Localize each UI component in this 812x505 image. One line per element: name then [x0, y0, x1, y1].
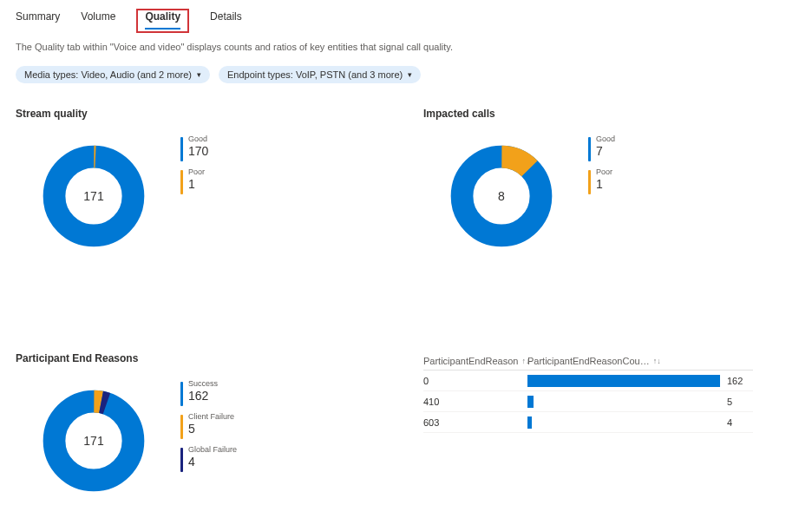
legend-value: 162 — [188, 388, 218, 403]
donut-impacted-calls[interactable]: 8 — [449, 144, 553, 248]
panel-participant-end-reasons: Participant End Reasons 171 Success 162 — [16, 352, 389, 493]
bar-track — [527, 375, 720, 387]
legend-value: 7 — [596, 143, 615, 159]
table-row[interactable]: 6034 — [423, 412, 753, 433]
panel-impacted-calls: Impacted calls 8 Good 7 — [423, 108, 796, 248]
legend-item-poor[interactable]: Poor 1 — [588, 168, 615, 194]
legend-item-client-failure[interactable]: Client Failure 5 — [180, 413, 237, 439]
legend-label: Good — [188, 135, 208, 143]
sort-icon: ↑↓ — [653, 357, 661, 365]
bar-fill — [527, 416, 532, 429]
legend-value: 4 — [188, 454, 237, 469]
legend-item-good[interactable]: Good 170 — [180, 135, 208, 161]
donut-stream-quality[interactable]: 171 — [42, 144, 146, 248]
cell-count: 162 — [727, 376, 753, 386]
filter-endpoint-types[interactable]: Endpoint types: VoIP, PSTN (and 3 more) … — [219, 66, 421, 83]
column-label: ParticipantEndReasonCou… — [527, 356, 650, 366]
panel-end-reason-table: ParticipantEndReason ↑↓ ParticipantEndRe… — [423, 352, 796, 493]
legend-label: Global Failure — [188, 446, 237, 454]
tab-bar: Summary Volume Quality Details — [16, 10, 796, 33]
legend-value: 5 — [188, 421, 234, 436]
chevron-down-icon: ▾ — [197, 70, 201, 79]
donut-total: 8 — [498, 189, 505, 203]
legend-color-icon — [180, 448, 183, 472]
legend-value: 170 — [188, 143, 208, 159]
legend-color-icon — [588, 137, 591, 161]
bar-fill — [527, 375, 720, 387]
legend-label: Poor — [188, 168, 205, 176]
tab-quality-highlight: Quality — [136, 9, 189, 33]
tab-quality[interactable]: Quality — [145, 10, 180, 30]
tab-summary[interactable]: Summary — [16, 10, 60, 28]
legend-color-icon — [180, 137, 183, 161]
legend-impacted-calls: Good 7 Poor 1 — [588, 135, 615, 194]
donut-participant-end-reasons[interactable]: 171 — [42, 389, 146, 493]
panel-title: Participant End Reasons — [16, 352, 389, 364]
column-label: ParticipantEndReason — [423, 356, 518, 366]
filter-media-label: Media types: Video, Audio (and 2 more) — [24, 69, 192, 80]
legend-value: 1 — [188, 176, 205, 192]
end-reason-table: ParticipantEndReason ↑↓ ParticipantEndRe… — [423, 352, 753, 433]
column-header-count[interactable]: ParticipantEndReasonCou… ↑↓ — [527, 356, 753, 366]
bar-track — [527, 416, 720, 429]
panel-stream-quality: Stream quality 171 Good 170 — [16, 108, 389, 248]
filter-media-types[interactable]: Media types: Video, Audio (and 2 more) ▾ — [16, 66, 210, 83]
cell-reason: 410 — [423, 397, 527, 407]
table-row[interactable]: 0162 — [423, 371, 753, 391]
bar-fill — [527, 396, 534, 408]
legend-item-poor[interactable]: Poor 1 — [180, 168, 208, 194]
legend-label: Client Failure — [188, 413, 234, 421]
panel-title: Impacted calls — [423, 108, 796, 120]
donut-total: 171 — [83, 189, 103, 203]
chevron-down-icon: ▾ — [408, 70, 412, 79]
tab-details[interactable]: Details — [210, 10, 242, 28]
legend-stream-quality: Good 170 Poor 1 — [180, 135, 208, 194]
donut-total: 171 — [83, 434, 103, 448]
panel-title: Stream quality — [16, 108, 389, 120]
legend-color-icon — [180, 170, 183, 194]
table-row[interactable]: 4105 — [423, 391, 753, 412]
cell-count: 5 — [727, 397, 753, 407]
legend-item-global-failure[interactable]: Global Failure 4 — [180, 446, 237, 472]
filter-endpoint-label: Endpoint types: VoIP, PSTN (and 3 more) — [227, 69, 403, 80]
cell-reason: 0 — [423, 376, 527, 386]
cell-count: 4 — [727, 417, 753, 428]
filter-bar: Media types: Video, Audio (and 2 more) ▾… — [16, 66, 796, 83]
legend-value: 1 — [596, 176, 612, 192]
legend-label: Good — [596, 135, 615, 143]
legend-color-icon — [180, 382, 183, 406]
legend-participant-end-reasons: Success 162 Client Failure 5 Global Fail… — [180, 380, 237, 472]
legend-item-success[interactable]: Success 162 — [180, 380, 237, 406]
table-header: ParticipantEndReason ↑↓ ParticipantEndRe… — [423, 352, 753, 371]
tab-volume[interactable]: Volume — [81, 10, 115, 28]
cell-reason: 603 — [423, 417, 527, 428]
legend-label: Success — [188, 380, 218, 388]
column-header-reason[interactable]: ParticipantEndReason ↑↓ — [423, 356, 527, 366]
legend-item-good[interactable]: Good 7 — [588, 135, 615, 161]
tab-description: The Quality tab within "Voice and video"… — [16, 42, 796, 52]
legend-label: Poor — [596, 168, 612, 176]
legend-color-icon — [588, 170, 591, 194]
legend-color-icon — [180, 415, 183, 439]
bar-track — [527, 396, 720, 408]
